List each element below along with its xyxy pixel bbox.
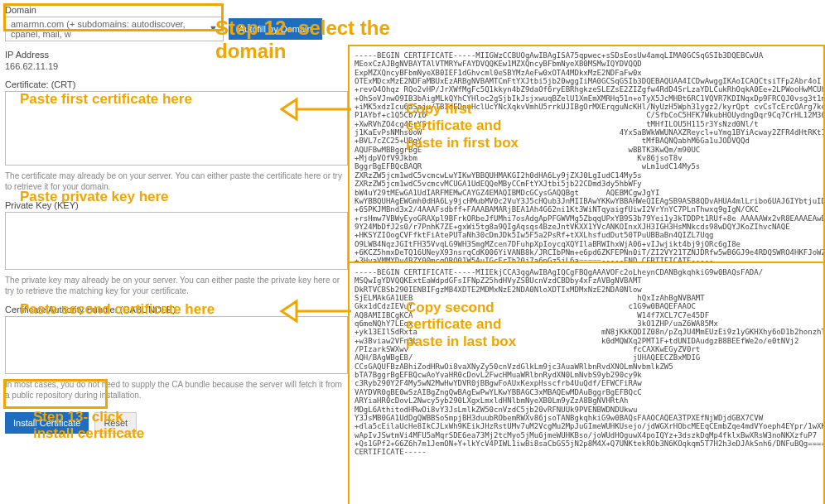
- bundle-help: In most cases, you do not need to supply…: [5, 379, 343, 401]
- cert-block-2: -----BEGIN CERTIFICATE-----MIIEkjCCA3qgA…: [348, 262, 825, 504]
- domain-label: Domain: [5, 5, 345, 15]
- domain-select[interactable]: amarmn.com (+ subdomains: autodiscover, …: [5, 17, 224, 41]
- private-key-textarea[interactable]: [5, 212, 348, 270]
- cert-block-1: -----BEGIN CERTIFICATE-----MIIGWzCCBUOgA…: [348, 45, 825, 265]
- chevron-down-icon: ▼: [209, 23, 218, 33]
- key-label: Private Key (KEY): [5, 200, 345, 210]
- ca-bundle-textarea[interactable]: [5, 316, 348, 374]
- bundle-label: Certificate Authority Bundle: (CABUNDLE): [5, 305, 345, 314]
- reset-button[interactable]: Reset: [94, 412, 137, 434]
- cert-help: The certificate may already be on your s…: [5, 170, 343, 192]
- ip-label: IP Address: [5, 50, 345, 60]
- ip-value: 166.62.11.19: [5, 61, 345, 71]
- install-certificate-button[interactable]: Install Certificate: [5, 412, 89, 434]
- cert-label: Certificate: (CRT): [5, 79, 345, 89]
- autofill-by-domain-button[interactable]: Autofill by Domain: [229, 18, 322, 40]
- key-help: The private key may already be on your s…: [5, 275, 343, 296]
- domain-value: amarmn.com (+ subdomains: autodiscover, …: [11, 19, 186, 39]
- certificate-textarea[interactable]: [5, 91, 348, 166]
